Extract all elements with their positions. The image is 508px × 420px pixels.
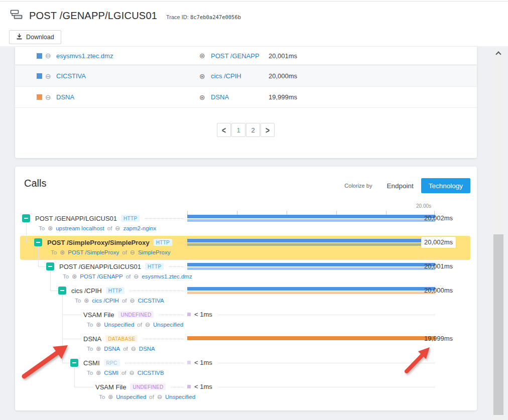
target-service-link[interactable]: Unspecified [165, 394, 195, 400]
endpoint-link[interactable]: cics /CPIH [211, 72, 241, 80]
endpoint-icon: ⊛ [199, 52, 205, 59]
target-service-link[interactable]: CICSTIVA [138, 298, 164, 304]
instance-link[interactable]: esysmvs1.ztec.dmz [56, 52, 113, 60]
span-bar-primary[interactable] [187, 336, 435, 340]
endpoint-icon: ⊛ [72, 273, 77, 279]
colorize-option-endpoint[interactable]: Endpoint [379, 178, 421, 193]
span-name: VSAM File [95, 383, 126, 391]
of-label: of [126, 273, 131, 279]
target-endpoint-link[interactable]: cics /CPIH [92, 298, 119, 304]
span-bar-secondary[interactable] [187, 292, 435, 294]
target-service-link[interactable]: SimpleProxy [138, 249, 171, 255]
target-endpoint-link[interactable]: DSNA [104, 346, 120, 352]
span-tail-line [218, 315, 435, 315]
tree-connector-h [62, 363, 70, 363]
dependencies-card: ⊖esysmvs1.ztec.dmz⊛POST /GENAPP20,001ms⊖… [15, 47, 477, 158]
calls-card: Calls Colorize by EndpointTechnology 20.… [15, 167, 477, 410]
trace-id-value: 8c7eb0a247e0056b [190, 14, 241, 20]
collapse-button[interactable] [46, 262, 54, 270]
span-target-line: To⊛Unspecifiedof⊖Unspecified [99, 392, 195, 401]
span-type-badge: HTTP [145, 263, 164, 270]
target-service-link[interactable]: Unspecified [153, 322, 183, 328]
target-endpoint-link[interactable]: Unspecified [116, 394, 146, 400]
endpoint-icon: ⊛ [84, 298, 89, 304]
tree-connector-v [74, 367, 75, 387]
span-type-badge: UNDEFINED [118, 311, 154, 318]
span-marker[interactable] [187, 361, 191, 364]
to-label: To [51, 249, 57, 255]
collapse-button[interactable] [58, 287, 66, 295]
endpoint-link[interactable]: POST /GENAPP [211, 52, 260, 60]
target-service-link[interactable]: zapm2-nginx [123, 225, 156, 231]
target-endpoint-link[interactable]: POST /GENAPP [80, 273, 122, 279]
pagination-page-1[interactable]: 1 [231, 123, 245, 137]
pagination-next-button[interactable]: > [261, 123, 275, 137]
target-endpoint-link[interactable]: CSMI [104, 370, 118, 376]
span-duration-inline: < 1ms [194, 381, 212, 392]
trace-header: POST /GENAPP/LGICUS01 Trace ID: 8c7eb0a2… [0, 0, 508, 46]
span-bar-secondary[interactable] [187, 219, 435, 222]
dotted-leader [145, 218, 183, 219]
span-bar-secondary[interactable] [187, 267, 435, 270]
dotted-leader [171, 387, 183, 387]
span-marker[interactable] [187, 313, 191, 316]
to-label: To [87, 370, 93, 376]
download-icon [16, 33, 23, 41]
span-target-line: To⊛cics /CPIHof⊖CICSTIVA [75, 296, 164, 305]
target-endpoint-link[interactable]: POST /SimpleProxy [68, 249, 119, 255]
pagination-page-2[interactable]: 2 [246, 123, 260, 137]
span-name-line: cics /CPIHHTTP [71, 285, 186, 296]
dotted-leader [143, 339, 183, 339]
instance-link[interactable]: CICSTIVA [56, 72, 86, 80]
span-name-line: VSAM FileUNDEFINED [95, 381, 186, 392]
span-name: CSMI [83, 359, 100, 367]
span-bar-primary[interactable] [187, 287, 435, 291]
download-label: Download [26, 34, 54, 41]
scrollbar-thumb[interactable] [493, 234, 503, 415]
target-service-link[interactable]: esysmvs1.ztec.dmz [142, 273, 192, 279]
collapse-button[interactable] [22, 214, 30, 222]
span-type-badge: HTTP [106, 287, 124, 294]
tree-connector-v [50, 271, 51, 291]
tree-connector-h [26, 242, 34, 243]
target-endpoint-link[interactable]: Unspecified [104, 322, 134, 328]
instance-icon: ⊖ [157, 394, 162, 400]
endpoint-icon: ⊛ [96, 322, 101, 328]
span-name: cics /CPIH [71, 287, 102, 295]
span-type-badge: DATABASE [105, 335, 138, 342]
endpoint-link[interactable]: DSNA [211, 93, 229, 101]
target-service-link[interactable]: DSNA [139, 346, 155, 352]
span-bar-secondary[interactable] [187, 243, 435, 246]
colorize-option-technology[interactable]: Technology [421, 178, 470, 193]
span-duration-inline: < 1ms [194, 357, 212, 368]
duration-value: 20,001ms [269, 52, 297, 60]
to-label: To [87, 322, 93, 328]
endpoint-icon: ⊛ [199, 94, 205, 101]
target-service-link[interactable]: CICSTIVB [138, 370, 164, 376]
endpoint-icon: ⊛ [60, 249, 65, 255]
span-target-line: To⊛upstream localhostof⊖zapm2-nginx [39, 224, 156, 233]
collapse-button[interactable] [34, 238, 42, 246]
span-name: VSAM File [83, 311, 114, 319]
instance-icon: ⊖ [134, 273, 139, 279]
time-axis-label: 20.00s [397, 203, 451, 209]
table-row: ⊖CICSTIVA⊛cics /CPIH20,000ms [15, 66, 477, 87]
span-duration: 20,002ms [424, 213, 453, 224]
span-target-line: To⊛POST /GENAPPof⊖esysmvs1.ztec.dmz [63, 272, 192, 281]
axis-tick [287, 211, 287, 215]
collapse-button[interactable] [70, 359, 78, 367]
axis-tick [336, 211, 337, 215]
download-button[interactable]: Download [9, 30, 61, 44]
pagination-prev-button[interactable]: < [217, 123, 231, 137]
span-bar-primary[interactable] [187, 239, 435, 242]
target-endpoint-link[interactable]: upstream localhost [56, 225, 104, 231]
span-bar-primary[interactable] [187, 215, 435, 218]
span-tail-line [218, 387, 435, 387]
instance-link[interactable]: DSNA [56, 93, 74, 101]
trace-id-label: Trace ID: [166, 14, 189, 20]
span-marker[interactable] [187, 385, 191, 388]
span-duration: 20,001ms [424, 261, 453, 272]
of-label: of [121, 370, 126, 376]
to-label: To [99, 394, 105, 400]
span-bar-primary[interactable] [187, 263, 435, 266]
